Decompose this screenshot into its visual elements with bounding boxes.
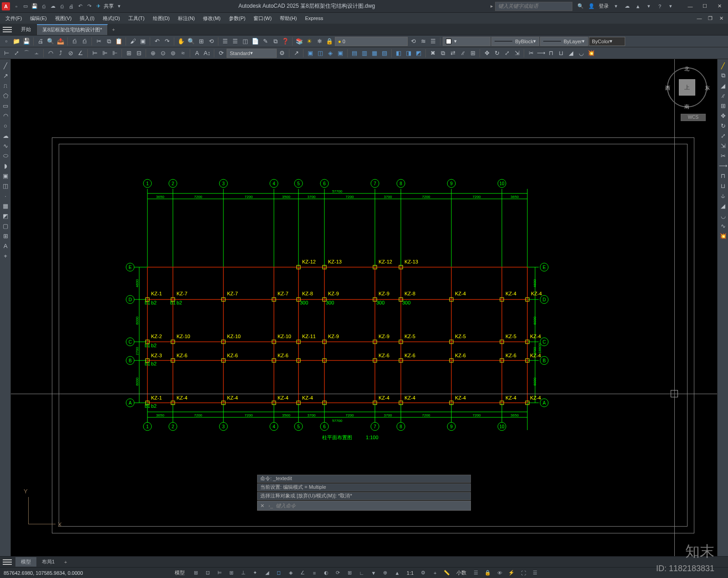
- fillet2-icon[interactable]: ◡: [718, 211, 728, 220]
- preview-icon[interactable]: 🔍: [46, 37, 55, 46]
- ellipse-arc-icon[interactable]: ◗: [1, 161, 10, 170]
- copy-icon[interactable]: ⧉: [104, 37, 113, 46]
- fillet-icon[interactable]: ◡: [576, 49, 586, 58]
- lock-ui-icon[interactable]: 🔒: [483, 568, 493, 578]
- blend-icon[interactable]: ∿: [718, 221, 728, 230]
- viewcube-south[interactable]: 南: [684, 103, 689, 110]
- rectangle-icon[interactable]: ▭: [1, 101, 10, 110]
- circle-icon[interactable]: ○: [1, 121, 10, 130]
- dim-ordinate-icon[interactable]: ⫠: [32, 49, 41, 58]
- adjust-icon[interactable]: ◩: [414, 49, 423, 58]
- lineweight-icon[interactable]: ≡: [309, 568, 319, 578]
- grid-icon[interactable]: ⊞: [191, 568, 201, 578]
- 3dosnap-icon[interactable]: ◈: [286, 568, 296, 578]
- selection-cycle-icon[interactable]: ⟳: [333, 568, 343, 578]
- copy2-icon[interactable]: ⧉: [438, 49, 447, 58]
- status-units[interactable]: 小数: [456, 569, 466, 576]
- region-icon[interactable]: ▢: [1, 221, 10, 230]
- break-point-icon[interactable]: ⊓: [718, 171, 728, 180]
- spline-icon[interactable]: ∿: [1, 141, 10, 150]
- menu-view[interactable]: 视图(V): [51, 14, 76, 23]
- dim-aligned-icon[interactable]: ⤢: [12, 49, 21, 58]
- join2-icon[interactable]: ⫝: [718, 191, 728, 200]
- menu-help[interactable]: 帮助(H): [276, 14, 300, 23]
- new-icon[interactable]: ▫: [13, 3, 20, 10]
- tab-layout1[interactable]: 布局1: [36, 557, 60, 567]
- join-icon[interactable]: ⊔: [556, 49, 566, 58]
- dim-space-icon[interactable]: ⊞: [124, 49, 133, 58]
- viewcube[interactable]: 上 北 南 东 西: [667, 67, 708, 108]
- break2-icon[interactable]: ⊔: [718, 181, 728, 190]
- make-block-icon[interactable]: ◫: [316, 49, 325, 58]
- clean-screen-icon[interactable]: ⛶: [518, 568, 528, 578]
- markup-icon[interactable]: ✎: [261, 37, 270, 46]
- layer-state2-icon[interactable]: ☰: [429, 37, 438, 46]
- move2-icon[interactable]: ✥: [718, 111, 728, 120]
- open2-icon[interactable]: 📁: [12, 37, 21, 46]
- annotation-scale-icon[interactable]: ▲: [392, 568, 402, 578]
- dim-inspect-icon[interactable]: ⊚: [168, 49, 177, 58]
- doc-close-icon[interactable]: ✕: [716, 13, 726, 24]
- dimstyle-icon[interactable]: ⚙: [278, 49, 287, 58]
- paste-icon[interactable]: 📋: [114, 37, 123, 46]
- polygon-icon[interactable]: ⬠: [1, 91, 10, 100]
- undo2-icon[interactable]: ↶: [152, 37, 162, 46]
- insert-block-icon[interactable]: ▣: [306, 49, 315, 58]
- attach-icon[interactable]: ▦: [370, 49, 379, 58]
- pline-icon[interactable]: ⎍: [1, 81, 10, 90]
- saveas-icon[interactable]: ⎙: [40, 3, 47, 10]
- trim2-icon[interactable]: ✂: [718, 151, 728, 160]
- gradient-icon[interactable]: ◩: [1, 211, 10, 220]
- viewcube-face[interactable]: 上: [679, 79, 695, 96]
- tab-model[interactable]: 模型: [15, 557, 36, 567]
- pan-icon[interactable]: ✋: [177, 37, 186, 46]
- pdf-icon[interactable]: ▧: [380, 49, 389, 58]
- layout-menu-icon[interactable]: [3, 558, 12, 567]
- tab-start[interactable]: 开始: [15, 24, 37, 35]
- iso-icon[interactable]: ◢: [262, 568, 272, 578]
- new-tab-icon[interactable]: +: [108, 27, 119, 32]
- copy3-icon[interactable]: ⧉: [718, 71, 728, 80]
- help2-icon[interactable]: ❓: [281, 37, 290, 46]
- menu-draw[interactable]: 绘图(D): [149, 14, 173, 23]
- print-icon[interactable]: 🖨: [67, 3, 75, 10]
- dim-baseline-icon[interactable]: ⊫: [100, 49, 109, 58]
- layer-iso-icon[interactable]: ❄: [315, 37, 324, 46]
- snap-icon[interactable]: ⊡: [203, 568, 213, 578]
- help-icon[interactable]: ?: [656, 3, 663, 10]
- sheet-set-icon[interactable]: 📄: [251, 37, 260, 46]
- stretch-icon[interactable]: ⇲: [512, 49, 521, 58]
- tab-active-document[interactable]: 某8层框架住宅结构设计图*: [37, 24, 108, 35]
- search-arrow-icon[interactable]: ▸: [490, 3, 493, 9]
- quick-properties-icon[interactable]: ☰: [471, 568, 481, 578]
- addselected-icon[interactable]: +: [1, 251, 10, 260]
- xline-icon[interactable]: ↗: [1, 71, 10, 80]
- zoom-prev-icon[interactable]: ⟲: [207, 37, 216, 46]
- coordinates[interactable]: 857642.6980, 107585.9834, 0.0000: [4, 570, 83, 576]
- mirror2-icon[interactable]: ◢: [718, 81, 728, 90]
- menu-window[interactable]: 窗口(W): [250, 14, 275, 23]
- stretch2-icon[interactable]: ⇲: [718, 141, 728, 150]
- save2-icon[interactable]: 💾: [22, 37, 31, 46]
- match-icon[interactable]: 🖌: [128, 37, 137, 46]
- linetype-combo[interactable]: ByBlock ▾: [491, 37, 539, 46]
- app-icon[interactable]: A: [2, 2, 10, 10]
- menu-parametric[interactable]: 参数(P): [225, 14, 249, 23]
- annotation-monitor-icon[interactable]: +: [430, 568, 440, 578]
- transparency-icon[interactable]: ◐: [321, 568, 331, 578]
- explode2-icon[interactable]: 💥: [718, 231, 728, 240]
- doc-restore-icon[interactable]: ❐: [705, 13, 715, 24]
- menu-express[interactable]: Express: [301, 15, 327, 22]
- layer-state-icon[interactable]: ☀: [305, 37, 314, 46]
- rotate-icon[interactable]: ↻: [492, 49, 501, 58]
- save-icon[interactable]: 💾: [31, 3, 38, 10]
- workspace-icon[interactable]: ⚙: [418, 568, 428, 578]
- hatch-icon[interactable]: ▦: [1, 201, 10, 210]
- viewcube-north[interactable]: 北: [684, 66, 689, 72]
- plot3-icon[interactable]: ⎙: [70, 37, 79, 46]
- trim-icon[interactable]: ✂: [526, 49, 536, 58]
- dim-radius-icon[interactable]: ◠: [46, 49, 55, 58]
- menu-insert[interactable]: 插入(I): [76, 14, 98, 23]
- menu-file[interactable]: 文件(F): [2, 14, 25, 23]
- dc-icon[interactable]: ☰: [231, 37, 240, 46]
